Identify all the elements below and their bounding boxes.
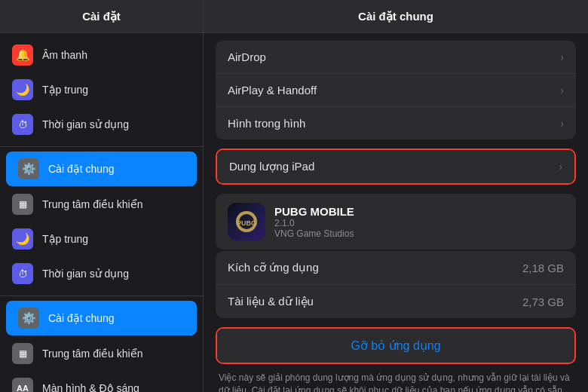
tap-trung-2-icon: 🌙 [12, 228, 33, 250]
go-bo-label: Gỡ bỏ ứng dụng [351, 338, 440, 353]
go-bo-button[interactable]: Gỡ bỏ ứng dụng [217, 329, 574, 363]
storage-section: Kích cỡ ứng dụng 2,18 GB Tài liệu & dữ l… [216, 251, 576, 318]
sidebar-item-label: Cài đặt chung [48, 312, 115, 324]
content-panel: AirDrop › AirPlay & Handoff › Hình trong… [204, 33, 588, 392]
sidebar-item-label: Trung tâm điều khiển [42, 348, 142, 360]
kich-co-value: 2,18 GB [522, 262, 564, 274]
sidebar-item-man-hinh[interactable]: AA Màn hình & Độ sáng [0, 371, 203, 392]
sidebar-item-tap-trung-1[interactable]: 🌙 Tập trung [0, 72, 203, 107]
action-section: Gỡ bỏ ứng dụng [216, 327, 576, 364]
sidebar: 🔔 Âm thanh 🌙 Tập trung ⏱ Thời gian sử dụ… [0, 33, 204, 392]
airdrop-chevron: › [560, 51, 564, 63]
cai-dat-chung-icon: ⚙️ [18, 158, 39, 179]
dung-luong-row[interactable]: Dung lượng iPad › [217, 150, 574, 183]
hinh-trong-hinh-row[interactable]: Hình trong hình › [216, 107, 576, 139]
sidebar-item-label: Trung tâm điều khiển [42, 198, 142, 210]
man-hinh-icon: AA [12, 378, 33, 392]
sidebar-title: Cài đặt [0, 0, 204, 32]
main-layout: 🔔 Âm thanh 🌙 Tập trung ⏱ Thời gian sử dụ… [0, 33, 588, 392]
header: Cài đặt Cài đặt chung [0, 0, 588, 33]
dung-luong-chevron: › [559, 161, 562, 173]
cai-dat-chung-2-icon: ⚙️ [18, 308, 39, 329]
trung-tam-2-icon: ▦ [12, 343, 33, 364]
airdrop-row[interactable]: AirDrop › [216, 41, 576, 74]
sidebar-item-thoi-gian-1[interactable]: ⏱ Thời gian sử dụng [0, 107, 203, 142]
sidebar-item-am-thanh[interactable]: 🔔 Âm thanh [0, 38, 203, 72]
sidebar-item-label: Cài đặt chung [48, 163, 115, 175]
sidebar-item-cai-dat-chung-2[interactable]: ⚙️ Cài đặt chung [6, 301, 197, 335]
sidebar-item-label: Tập trung [42, 233, 88, 245]
sidebar-item-label: Thời gian sử dụng [42, 268, 129, 280]
dung-luong-label: Dung lượng iPad [229, 160, 553, 173]
airplay-row[interactable]: AirPlay & Handoff › [216, 74, 576, 107]
sidebar-item-label: Thời gian sử dụng [42, 118, 129, 130]
top-section: AirDrop › AirPlay & Handoff › Hình trong… [216, 41, 576, 139]
action-description: Việc này sẽ giải phóng dung lượng mà ứng… [216, 372, 576, 392]
sidebar-item-thoi-gian-2[interactable]: ⏱ Thời gian sử dụng [0, 256, 203, 291]
hinh-trong-hinh-chevron: › [560, 118, 564, 130]
sidebar-item-label: Màn hình & Độ sáng [42, 382, 139, 392]
hinh-trong-hinh-label: Hình trong hình [228, 117, 554, 130]
airplay-label: AirPlay & Handoff [228, 84, 554, 96]
tai-lieu-value: 2,73 GB [522, 296, 564, 308]
sidebar-item-trung-tam-2[interactable]: ▦ Trung tâm điều khiển [0, 336, 203, 371]
app-version: 2.1.0 [274, 218, 354, 228]
content-title: Cài đặt chung [204, 0, 588, 32]
sidebar-item-tap-trung-2[interactable]: 🌙 Tập trung [0, 222, 203, 256]
sidebar-item-cai-dat-chung-1[interactable]: ⚙️ Cài đặt chung [6, 152, 197, 186]
tap-trung-icon: 🌙 [12, 79, 33, 100]
tai-lieu-label: Tài liệu & dữ liệu [228, 295, 522, 308]
app-developer: VNG Game Studios [274, 228, 354, 239]
svg-text:PUBG: PUBG [237, 219, 256, 227]
airplay-chevron: › [560, 84, 564, 96]
am-thanh-icon: 🔔 [12, 44, 33, 66]
sidebar-item-label: Âm thanh [42, 49, 87, 61]
dung-luong-section: Dung lượng iPad › [216, 149, 576, 185]
thoi-gian-icon: ⏱ [12, 114, 33, 135]
kich-co-row: Kích cỡ ứng dụng 2,18 GB [216, 251, 576, 285]
pubg-icon: PUBG [228, 203, 265, 240]
sidebar-item-label: Tập trung [42, 84, 88, 96]
kich-co-label: Kích cỡ ứng dụng [228, 261, 522, 274]
thoi-gian-2-icon: ⏱ [12, 263, 33, 284]
tai-lieu-row: Tài liệu & dữ liệu 2,73 GB [216, 285, 576, 318]
app-name: PUBG MOBILE [274, 205, 354, 218]
app-info-row: PUBG PUBG MOBILE 2.1.0 VNG Game Studios [216, 194, 576, 250]
airdrop-label: AirDrop [228, 51, 554, 63]
sidebar-item-trung-tam-1[interactable]: ▦ Trung tâm điều khiển [0, 187, 203, 222]
app-info-text: PUBG MOBILE 2.1.0 VNG Game Studios [274, 205, 354, 239]
trung-tam-icon: ▦ [12, 194, 33, 215]
app-icon: PUBG [228, 203, 265, 240]
